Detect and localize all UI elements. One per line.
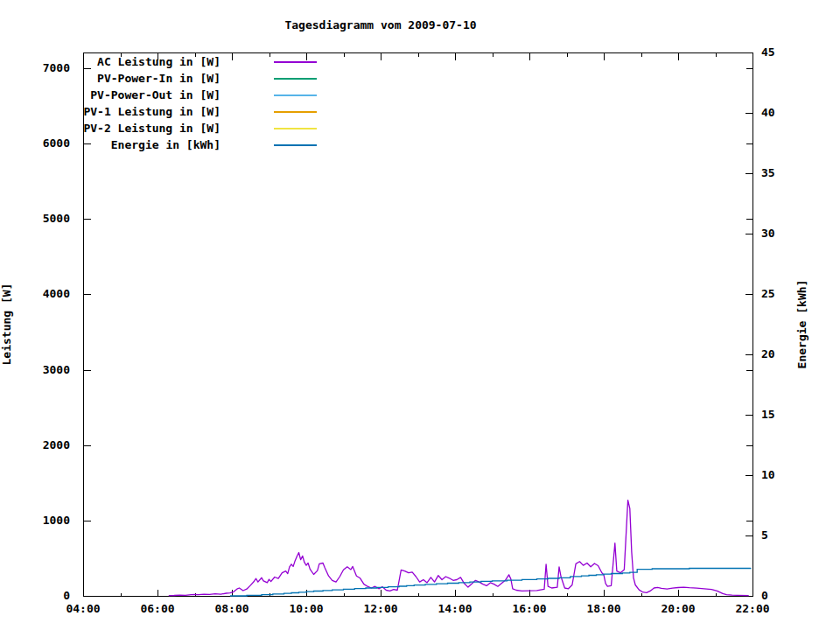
y-right-tick-label: 35 [761,166,775,179]
x-tick-label: 22:00 [735,602,769,615]
plot-svg: 04:0006:0008:0010:0012:0014:0016:0018:00… [0,0,840,630]
y-left-tick-label: 7000 [43,61,70,74]
y-left-tick-label: 6000 [43,136,70,150]
x-axis-ticks: 04:0006:0008:0010:0012:0014:0016:0018:00… [66,53,769,616]
y-left-tick-label: 3000 [43,363,70,376]
x-tick-label: 18:00 [586,602,620,615]
legend-item-label-pv1_leistung: PV-1 Leistung in [W] [83,105,220,118]
y-left-tick-label: 0 [63,589,70,602]
series-line-energie [230,568,751,596]
legend-item-label-pv_power_in: PV-Power-In in [W] [97,72,220,85]
legend-item-label-energie: Energie in [kWh] [111,138,220,151]
y-right-tick-label: 30 [761,227,775,240]
y-right-tick-label: 20 [761,347,775,360]
y-right-tick-label: 25 [761,287,775,300]
chart-title: Tagesdiagramm vom 2009-07-10 [0,18,761,32]
x-tick-label: 08:00 [214,602,248,615]
y-left-tick-label: 5000 [43,212,70,225]
x-tick-label: 14:00 [438,602,472,615]
y-left-tick-label: 2000 [43,438,70,452]
x-tick-label: 06:00 [140,602,174,615]
y-left-axis-title: Leistung [W] [0,167,13,482]
x-tick-label: 20:00 [661,602,695,615]
legend: AC Leistung in [W]PV-Power-In in [W]PV-P… [83,55,317,151]
x-tick-label: 04:00 [66,602,100,615]
legend-item-label-ac_leistung: AC Leistung in [W] [97,55,220,68]
chart-canvas: Tagesdiagramm vom 2009-07-10 Leistung [W… [0,0,840,630]
y-right-tick-label: 0 [761,589,768,602]
y-right-tick-label: 5 [761,528,768,542]
x-tick-label: 12:00 [363,602,397,615]
y-left-tick-label: 1000 [43,514,70,527]
y-right-tick-label: 40 [761,106,775,119]
y-left-tick-label: 4000 [43,287,70,300]
x-tick-label: 10:00 [289,602,323,615]
y-right-axis-title: Energie [kWh] [795,167,808,482]
y-right-tick-label: 10 [761,468,775,481]
y-right-tick-label: 45 [761,46,775,59]
legend-item-label-pv2_leistung: PV-2 Leistung in [W] [83,122,220,135]
legend-item-label-pv_power_out: PV-Power-Out in [W] [90,88,220,102]
series-line-ac_leistung [169,500,749,596]
y-right-axis-ticks: 051015202530354045 [746,46,775,602]
y-right-tick-label: 15 [761,408,775,421]
x-tick-label: 16:00 [512,602,546,615]
